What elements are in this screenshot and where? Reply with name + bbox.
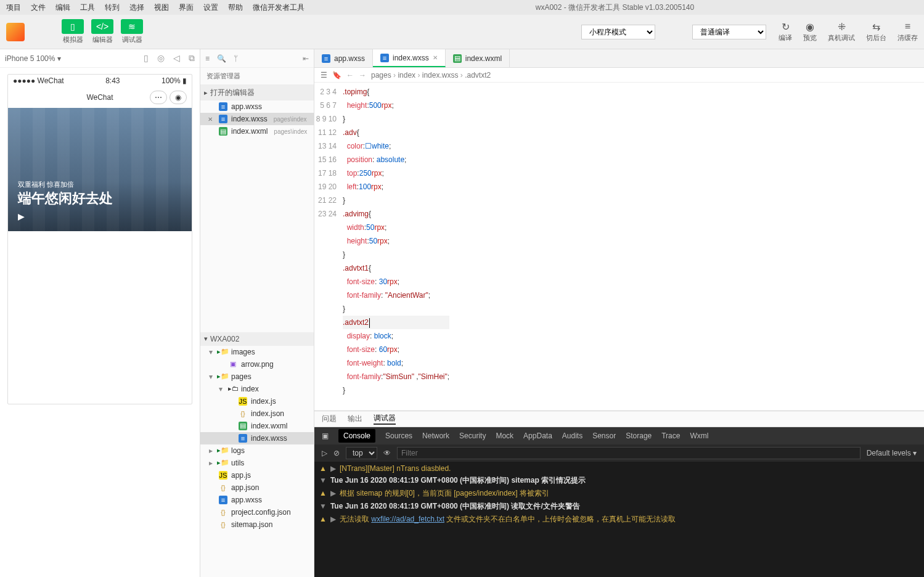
menu-编辑[interactable]: 编辑 — [52, 1, 74, 14]
detach-icon[interactable]: ⧉ — [189, 53, 195, 63]
tree-index[interactable]: ▾ ▸🗀index — [200, 383, 314, 395]
collapse-icon[interactable]: ⇤ — [303, 54, 309, 63]
devnav-Network[interactable]: Network — [422, 432, 449, 440]
console-line[interactable]: ▲▶[NTrans][Master] nTrans diasbled. — [314, 463, 924, 474]
open-file-index.wxss[interactable]: ✕≡index.wxsspages\index — [200, 113, 314, 125]
compile-mode-select[interactable]: 普通编译 — [692, 25, 766, 39]
open-editors-header[interactable]: ▸ 打开的编辑器 — [200, 85, 314, 100]
record-icon[interactable]: ◎ — [157, 53, 165, 63]
close-icon[interactable]: ✕ — [208, 116, 213, 123]
open-file-app.wxss[interactable]: ≡app.wxss — [200, 100, 314, 113]
mute-icon[interactable]: ◁ — [173, 53, 180, 63]
console-line[interactable]: ▲▶根据 sitemap 的规则[0]，当前页面 [pages/index/in… — [314, 487, 924, 500]
clear-icon[interactable]: ⊘ — [333, 449, 340, 457]
devnav-Security[interactable]: Security — [459, 432, 486, 440]
menu-视图[interactable]: 视图 — [150, 1, 173, 14]
editor-button[interactable]: </>编辑器 — [91, 19, 113, 44]
capsule-menu-icon[interactable]: ⋯ — [150, 91, 167, 104]
bookmark-icon[interactable]: 🔖 — [332, 71, 341, 80]
devnav-AppData[interactable]: AppData — [523, 432, 552, 440]
tree-app.json[interactable]: {}app.json — [200, 481, 314, 494]
play-icon[interactable]: ▷ — [322, 449, 327, 457]
tree-arrow.png[interactable]: ▣arrow.png — [200, 358, 314, 370]
menu-文件[interactable]: 文件 — [27, 1, 49, 14]
crumb[interactable]: pages — [371, 71, 391, 80]
background-button[interactable]: ⇆切后台 — [866, 21, 886, 43]
crumb[interactable]: index — [398, 71, 415, 80]
open-file-index.wxml[interactable]: ▤index.wxmlpages\index — [200, 125, 314, 137]
tree-sitemap.json[interactable]: {}sitemap.json — [200, 518, 314, 531]
tree-index.js[interactable]: JSindex.js — [200, 395, 314, 407]
tree-utils[interactable]: ▸ ▸📁utils — [200, 457, 314, 469]
tree-index.json[interactable]: {}index.json — [200, 407, 314, 420]
devnav-Wxml[interactable]: Wxml — [690, 432, 708, 440]
devnav-Trace[interactable]: Trace — [661, 432, 680, 440]
nav-back-icon[interactable]: ← — [346, 71, 354, 80]
project-header[interactable]: ▾ WXA002 — [200, 332, 314, 346]
tab-index.wxss[interactable]: ≡index.wxss✕ — [373, 49, 446, 67]
outline-icon[interactable]: ☰ — [321, 71, 327, 80]
preview-button[interactable]: ◉预览 — [803, 21, 817, 43]
debugger-button[interactable]: ≋调试器 — [121, 19, 143, 44]
code-body[interactable]: .topimg{ height:500rpx;}.adv{ color:☐whi… — [343, 83, 449, 411]
device-icon[interactable]: ▯ — [144, 53, 149, 63]
clear-cache-button[interactable]: ≡清缓存 — [897, 21, 918, 43]
filter-input[interactable] — [397, 447, 861, 459]
simulator-button[interactable]: ▯模拟器 — [62, 19, 84, 44]
menu-工具[interactable]: 工具 — [76, 1, 99, 14]
tree-images[interactable]: ▾ ▸📁images — [200, 346, 314, 358]
devnav-Mock[interactable]: Mock — [496, 432, 513, 440]
devnav-Audits[interactable]: Audits — [562, 432, 583, 440]
tree-index.wxss[interactable]: ≡index.wxss — [200, 432, 314, 444]
devnav-Sources[interactable]: Sources — [385, 432, 412, 440]
tree-project.config.json[interactable]: {}project.config.json — [200, 506, 314, 518]
tree-pages[interactable]: ▾ ▸📁pages — [200, 370, 314, 383]
devnav-Storage[interactable]: Storage — [626, 432, 652, 440]
tree-index.wxml[interactable]: ▤index.wxml — [200, 420, 314, 432]
play-icon[interactable]: ▶ — [18, 211, 182, 221]
folder-icon: ▸📁 — [219, 348, 227, 356]
compile-button[interactable]: ↻编译 — [779, 21, 792, 43]
search-icon[interactable]: 🔍 — [217, 54, 226, 63]
eye-icon[interactable]: 👁 — [383, 449, 391, 457]
console-line[interactable]: ▲▶无法读取 wxfile://ad/ad_fetch.txt 文件或文件夹不在… — [314, 513, 924, 526]
context-select[interactable]: top — [346, 447, 377, 459]
console-line[interactable]: ▼Tue Jun 16 2020 08:41:19 GMT+0800 (中国标准… — [314, 500, 924, 513]
btab-调试器[interactable]: 调试器 — [374, 413, 396, 425]
tree-logs[interactable]: ▸ ▸📁logs — [200, 444, 314, 457]
menu-设置[interactable]: 设置 — [200, 1, 222, 14]
crumb[interactable]: index.wxss — [422, 71, 459, 80]
console-output[interactable]: ▲▶[NTrans][Master] nTrans diasbled.▼Tue … — [314, 462, 924, 577]
nav-fwd-icon[interactable]: → — [359, 71, 366, 80]
menu-选择[interactable]: 选择 — [126, 1, 148, 14]
time-label: 8:43 — [105, 76, 120, 85]
wxss-icon: ≡ — [239, 434, 247, 443]
btab-输出[interactable]: 输出 — [348, 414, 362, 424]
btab-问题[interactable]: 问题 — [322, 414, 337, 424]
menu-帮助[interactable]: 帮助 — [224, 1, 247, 14]
code-editor[interactable]: 2 3 4 5 6 7 8 9 10 11 12 13 14 15 16 17 … — [314, 83, 924, 411]
levels-select[interactable]: Default levels ▾ — [867, 449, 917, 457]
tree-app.wxss[interactable]: ≡app.wxss — [200, 494, 314, 506]
menu-微信开发者工具[interactable]: 微信开发者工具 — [249, 1, 308, 14]
device-selector[interactable]: iPhone 5 100% ▾ — [5, 54, 61, 63]
tree-app.js[interactable]: JSapp.js — [200, 469, 314, 481]
folder-icon: ▸📁 — [219, 446, 227, 455]
remote-debug-button[interactable]: ⁜真机调试 — [828, 21, 855, 43]
menu-转到[interactable]: 转到 — [101, 1, 123, 14]
devnav-Sensor[interactable]: Sensor — [592, 432, 616, 440]
crumb[interactable]: .advtxt2 — [465, 71, 491, 80]
console-line[interactable]: ▼Tue Jun 16 2020 08:41:19 GMT+0800 (中国标准… — [314, 474, 924, 487]
app-mode-select[interactable]: 小程序模式 — [581, 25, 655, 39]
close-icon[interactable]: ✕ — [433, 54, 438, 61]
menu-项目[interactable]: 项目 — [2, 1, 25, 14]
tab-app.wxss[interactable]: ≡app.wxss — [314, 49, 373, 67]
branch-icon[interactable]: ᛘ — [234, 54, 238, 63]
capsule-close-icon[interactable]: ◉ — [170, 91, 187, 104]
tab-index.wxml[interactable]: ▤index.wxml — [446, 49, 510, 67]
menu-界面[interactable]: 界面 — [175, 1, 197, 14]
inspect-icon[interactable]: ▣ — [322, 432, 329, 440]
toolbar-actions: ↻编译 ◉预览 ⁜真机调试 ⇆切后台 ≡清缓存 — [779, 21, 918, 43]
list-icon[interactable]: ≡ — [205, 54, 210, 63]
devnav-Console[interactable]: Console — [338, 429, 375, 443]
